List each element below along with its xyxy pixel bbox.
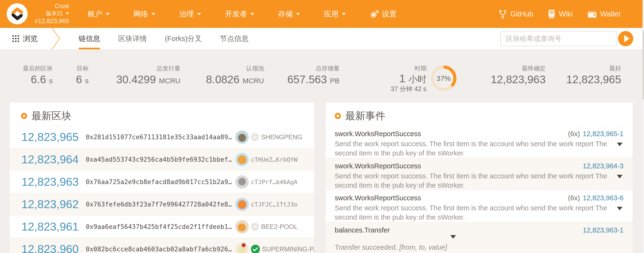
event-meta: 12,823,964-3	[580, 162, 624, 170]
chevron-down-icon	[197, 13, 201, 15]
block-author[interactable]: cTHUeZ…KrbQYW	[236, 148, 298, 171]
tab-chain-info[interactable]: 链信息	[78, 28, 100, 49]
author-name[interactable]: SHENGPENG	[261, 134, 302, 141]
wiki-link[interactable]: Wiki	[548, 9, 573, 19]
apps-grid-icon[interactable]	[12, 35, 20, 42]
avatar	[236, 153, 249, 166]
event-meta: (6x)12,823,963-6	[568, 194, 624, 202]
block-number-link[interactable]: 12,823,960	[22, 238, 78, 253]
wallet-link[interactable]: Wallet	[588, 10, 620, 18]
explorer-tabs-bar: 浏览 链信息 区块详情 (Forks)分叉 节点信息	[0, 28, 644, 49]
block-number-link[interactable]: 12,823,965	[22, 126, 78, 148]
menu-settings[interactable]: 设置	[370, 9, 397, 19]
recent-blocks-panel: 最新区块 12,823,965 0x281d151077ce67113181e3…	[10, 103, 314, 253]
avatar	[236, 198, 249, 211]
avatar	[236, 242, 249, 253]
menu-apps[interactable]: 应用	[324, 9, 346, 19]
event-method: swork.WorksReportSuccess	[335, 194, 421, 202]
block-hash: 0xa45ad553743c9256ca4b5b9fe6932c1bbef…	[86, 148, 232, 171]
event-description: Send the work report success. The first …	[335, 203, 611, 222]
block-row: 12,823,965 0x281d151077ce67113181e35c33a…	[10, 126, 314, 148]
event-block-link[interactable]: 12,823,965-1	[583, 130, 624, 138]
event-row: swork.WorksReportSuccess 12,823,964-3 Se…	[326, 158, 632, 190]
event-row: swork.WorksReportSuccess (6x)12,823,965-…	[326, 126, 632, 158]
author-name[interactable]: SUPERMINING-PA	[262, 245, 314, 253]
recent-blocks-header: 最新区块	[21, 109, 72, 123]
block-author[interactable]: cTJPrf…b46AgA	[236, 171, 298, 193]
avatar	[236, 220, 249, 233]
block-row: 12,823,963 0x76aa725a2e9cb8efacd8ad9b017…	[10, 170, 314, 193]
runtime-version-label: 版本21	[46, 10, 63, 17]
scrollbar-thumb[interactable]	[642, 31, 644, 100]
block-author[interactable]: BEE2-POOL	[236, 215, 298, 238]
block-number-link[interactable]: 12,823,961	[22, 215, 78, 238]
event-row: swork.WorksReportSuccess (6x)12,823,963-…	[326, 190, 632, 222]
expand-caret-icon[interactable]	[450, 235, 456, 239]
event-method: balances.Transfer	[335, 226, 390, 234]
recent-events-header: 最新事件	[335, 109, 385, 123]
event-block-link[interactable]: 12,823,964-3	[583, 162, 624, 170]
gear-icon	[370, 9, 379, 19]
epoch-percent-label: 37%	[436, 74, 451, 82]
block-number-link[interactable]: 12,823,962	[22, 193, 78, 215]
event-block-link[interactable]: 12,823,963-6	[583, 194, 624, 202]
event-method: swork.WorksReportSuccess	[335, 130, 421, 138]
expand-caret-icon[interactable]	[617, 143, 622, 146]
expand-caret-icon[interactable]	[617, 207, 622, 210]
chain-info: Crust 版本21 #12,823,965	[31, 3, 69, 25]
tab-block-details[interactable]: 区块详情	[118, 28, 147, 49]
tab-node-info[interactable]: 节点信息	[220, 28, 248, 49]
expand-caret-icon[interactable]	[617, 175, 622, 178]
block-author[interactable]: cTJFJC…1TtJ3o	[236, 193, 298, 215]
event-meta: (6x)12,823,965-1	[568, 130, 624, 138]
block-number-link[interactable]: 12,823,963	[22, 171, 78, 193]
block-number-link[interactable]: 12,823,964	[22, 148, 78, 171]
wallet-icon	[588, 10, 596, 18]
chain-name: Crust	[31, 3, 69, 10]
author-name[interactable]: BEE2-POOL	[261, 223, 298, 230]
block-row: 12,823,962 0x763fefe6db3f23a7f7e99642772…	[10, 193, 314, 215]
github-fork-icon	[499, 9, 507, 19]
event-count: (6x)	[568, 130, 580, 138]
page-scrollbar	[642, 0, 644, 253]
crust-logo[interactable]	[7, 3, 28, 24]
menu-storage[interactable]: 存储	[278, 9, 300, 19]
event-description: Send the work report success. The first …	[335, 139, 611, 158]
event-method: swork.WorksReportSuccess	[335, 162, 421, 170]
event-block-link[interactable]: 12,823,963-1	[583, 226, 624, 234]
block-author[interactable]: SHENGPENG	[236, 126, 302, 148]
chevron-down-icon	[342, 13, 346, 15]
block-author[interactable]: SUPERMINING-PA	[236, 238, 314, 253]
event-row	[326, 252, 632, 253]
menu-network[interactable]: 网络	[134, 9, 155, 19]
orange-dot-icon	[335, 113, 341, 119]
stat-total-storage: 总存储量 657.563 PB	[274, 64, 340, 88]
author-badge-icon	[251, 223, 259, 231]
chevron-down-icon	[152, 13, 155, 15]
book-icon	[548, 9, 555, 19]
block-search-input[interactable]	[500, 31, 617, 46]
stat-claim-pool: 认领池 8.0826 MCRU	[198, 64, 264, 88]
tab-forks[interactable]: (Forks)分叉	[165, 28, 202, 49]
author-name[interactable]: cTJPrf…b46AgA	[251, 179, 298, 185]
section-title: 浏览	[23, 28, 38, 49]
chevron-down-icon	[250, 13, 254, 15]
stat-total-issuance: 总发行量 30.4299 MCRU	[114, 64, 180, 88]
epoch-progress-donut: 37%	[430, 65, 457, 92]
stat-best: 最好 12,823,965	[562, 64, 621, 86]
menu-governance[interactable]: 治理	[179, 9, 201, 19]
author-name[interactable]: cTHUeZ…KrbQYW	[251, 156, 298, 163]
github-link[interactable]: GitHub	[499, 9, 533, 19]
menu-developer[interactable]: 开发者	[225, 9, 254, 19]
chevron-down-icon	[296, 13, 300, 15]
author-name[interactable]: cTJFJC…1TtJ3o	[251, 201, 298, 208]
orange-dot-icon	[21, 113, 27, 119]
block-row: 12,823,964 0xa45ad553743c9256ca4b5b9fe69…	[10, 148, 314, 170]
search-submit-button[interactable]	[618, 31, 633, 46]
tab-strip: 链信息 区块详情 (Forks)分叉 节点信息	[78, 28, 248, 49]
author-badge-icon	[251, 245, 260, 253]
section-divider	[52, 28, 61, 49]
runtime-version-dropdown[interactable]: 版本21	[31, 10, 69, 17]
menu-accounts[interactable]: 账户	[88, 9, 110, 19]
avatar	[236, 175, 249, 189]
